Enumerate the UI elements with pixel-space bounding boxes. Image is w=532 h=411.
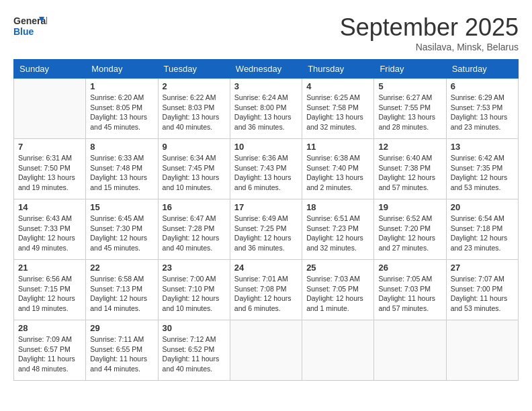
calendar-cell: 18Sunrise: 6:51 AM Sunset: 7:23 PM Dayli… xyxy=(302,199,374,260)
day-info: Sunrise: 6:25 AM Sunset: 7:58 PM Dayligh… xyxy=(306,93,369,132)
day-info: Sunrise: 7:09 AM Sunset: 6:57 PM Dayligh… xyxy=(18,334,81,374)
weekday-header-thursday: Thursday xyxy=(302,60,374,79)
weekday-header-row: SundayMondayTuesdayWednesdayThursdayFrid… xyxy=(14,60,519,79)
day-number: 10 xyxy=(234,142,298,152)
calendar-cell xyxy=(230,320,302,381)
day-number: 7 xyxy=(18,142,81,152)
calendar-cell xyxy=(374,320,446,381)
calendar-cell: 12Sunrise: 6:40 AM Sunset: 7:38 PM Dayli… xyxy=(374,139,446,199)
calendar-table: SundayMondayTuesdayWednesdayThursdayFrid… xyxy=(13,59,519,381)
calendar-cell: 7Sunrise: 6:31 AM Sunset: 7:50 PM Daylig… xyxy=(14,139,86,199)
day-number: 18 xyxy=(306,202,369,212)
day-number: 15 xyxy=(90,202,153,212)
day-number: 5 xyxy=(378,81,441,91)
calendar-cell: 9Sunrise: 6:34 AM Sunset: 7:45 PM Daylig… xyxy=(158,139,230,199)
day-info: Sunrise: 6:36 AM Sunset: 7:43 PM Dayligh… xyxy=(234,153,298,193)
day-number: 28 xyxy=(18,323,81,333)
calendar-cell: 27Sunrise: 7:07 AM Sunset: 7:00 PM Dayli… xyxy=(446,260,518,320)
svg-text:Blue: Blue xyxy=(13,26,34,37)
day-number: 17 xyxy=(234,202,298,212)
weekday-header-wednesday: Wednesday xyxy=(230,60,302,79)
day-info: Sunrise: 6:42 AM Sunset: 7:35 PM Dayligh… xyxy=(451,153,514,193)
calendar-cell: 4Sunrise: 6:25 AM Sunset: 7:58 PM Daylig… xyxy=(302,79,374,139)
calendar-week-4: 21Sunrise: 6:56 AM Sunset: 7:15 PM Dayli… xyxy=(14,260,519,320)
day-number: 24 xyxy=(234,263,298,273)
calendar-cell: 16Sunrise: 6:47 AM Sunset: 7:28 PM Dayli… xyxy=(158,199,230,260)
calendar-week-1: 1Sunrise: 6:20 AM Sunset: 8:05 PM Daylig… xyxy=(14,79,519,139)
day-info: Sunrise: 7:03 AM Sunset: 7:05 PM Dayligh… xyxy=(306,274,369,314)
day-number: 22 xyxy=(90,263,153,273)
weekday-header-friday: Friday xyxy=(374,60,446,79)
day-info: Sunrise: 6:27 AM Sunset: 7:55 PM Dayligh… xyxy=(378,93,441,132)
calendar-cell xyxy=(302,320,374,381)
calendar-cell: 19Sunrise: 6:52 AM Sunset: 7:20 PM Dayli… xyxy=(374,199,446,260)
day-number: 26 xyxy=(378,263,441,273)
day-info: Sunrise: 6:22 AM Sunset: 8:03 PM Dayligh… xyxy=(163,93,226,132)
day-number: 8 xyxy=(90,142,153,152)
day-number: 1 xyxy=(90,81,153,91)
calendar-cell: 14Sunrise: 6:43 AM Sunset: 7:33 PM Dayli… xyxy=(14,199,86,260)
day-info: Sunrise: 6:51 AM Sunset: 7:23 PM Dayligh… xyxy=(306,214,369,253)
calendar-cell: 13Sunrise: 6:42 AM Sunset: 7:35 PM Dayli… xyxy=(446,139,518,199)
calendar-cell: 11Sunrise: 6:38 AM Sunset: 7:40 PM Dayli… xyxy=(302,139,374,199)
calendar-cell: 15Sunrise: 6:45 AM Sunset: 7:30 PM Dayli… xyxy=(86,199,158,260)
day-info: Sunrise: 6:43 AM Sunset: 7:33 PM Dayligh… xyxy=(18,214,81,253)
day-number: 13 xyxy=(451,142,514,152)
calendar-cell: 29Sunrise: 7:11 AM Sunset: 6:55 PM Dayli… xyxy=(86,320,158,381)
calendar-cell: 3Sunrise: 6:24 AM Sunset: 8:00 PM Daylig… xyxy=(230,79,302,139)
calendar-cell: 2Sunrise: 6:22 AM Sunset: 8:03 PM Daylig… xyxy=(158,79,230,139)
day-info: Sunrise: 7:07 AM Sunset: 7:00 PM Dayligh… xyxy=(451,274,514,314)
day-info: Sunrise: 6:34 AM Sunset: 7:45 PM Dayligh… xyxy=(163,153,226,193)
day-info: Sunrise: 6:38 AM Sunset: 7:40 PM Dayligh… xyxy=(306,153,369,193)
calendar-cell xyxy=(14,79,86,139)
day-number: 16 xyxy=(163,202,226,212)
day-info: Sunrise: 6:33 AM Sunset: 7:48 PM Dayligh… xyxy=(90,153,153,193)
calendar-cell: 21Sunrise: 6:56 AM Sunset: 7:15 PM Dayli… xyxy=(14,260,86,320)
calendar-cell: 26Sunrise: 7:05 AM Sunset: 7:03 PM Dayli… xyxy=(374,260,446,320)
day-number: 4 xyxy=(306,81,369,91)
calendar-cell: 25Sunrise: 7:03 AM Sunset: 7:05 PM Dayli… xyxy=(302,260,374,320)
calendar-week-5: 28Sunrise: 7:09 AM Sunset: 6:57 PM Dayli… xyxy=(14,320,519,381)
month-title: September 2025 xyxy=(340,13,519,42)
day-info: Sunrise: 6:54 AM Sunset: 7:18 PM Dayligh… xyxy=(451,214,514,253)
day-number: 2 xyxy=(163,81,226,91)
day-number: 29 xyxy=(90,323,153,333)
day-info: Sunrise: 6:52 AM Sunset: 7:20 PM Dayligh… xyxy=(378,214,441,253)
day-info: Sunrise: 7:11 AM Sunset: 6:55 PM Dayligh… xyxy=(90,334,153,374)
calendar-cell xyxy=(446,320,518,381)
header: GeneralBlue September 2025 Nasilava, Min… xyxy=(13,13,519,52)
weekday-header-tuesday: Tuesday xyxy=(158,60,230,79)
day-number: 27 xyxy=(451,263,514,273)
calendar-cell: 28Sunrise: 7:09 AM Sunset: 6:57 PM Dayli… xyxy=(14,320,86,381)
day-info: Sunrise: 6:56 AM Sunset: 7:15 PM Dayligh… xyxy=(18,274,81,314)
day-info: Sunrise: 6:24 AM Sunset: 8:00 PM Dayligh… xyxy=(234,93,298,132)
day-number: 11 xyxy=(306,142,369,152)
calendar-week-3: 14Sunrise: 6:43 AM Sunset: 7:33 PM Dayli… xyxy=(14,199,519,260)
title-area: September 2025 Nasilava, Minsk, Belarus xyxy=(340,13,519,52)
day-info: Sunrise: 7:01 AM Sunset: 7:08 PM Dayligh… xyxy=(234,274,298,314)
day-info: Sunrise: 6:45 AM Sunset: 7:30 PM Dayligh… xyxy=(90,214,153,253)
day-info: Sunrise: 6:49 AM Sunset: 7:25 PM Dayligh… xyxy=(234,214,298,253)
calendar-cell: 17Sunrise: 6:49 AM Sunset: 7:25 PM Dayli… xyxy=(230,199,302,260)
day-number: 20 xyxy=(451,202,514,212)
calendar-cell: 20Sunrise: 6:54 AM Sunset: 7:18 PM Dayli… xyxy=(446,199,518,260)
calendar-cell: 22Sunrise: 6:58 AM Sunset: 7:13 PM Dayli… xyxy=(86,260,158,320)
day-number: 30 xyxy=(163,323,226,333)
day-number: 6 xyxy=(451,81,514,91)
day-info: Sunrise: 6:29 AM Sunset: 7:53 PM Dayligh… xyxy=(451,93,514,132)
calendar-cell: 10Sunrise: 6:36 AM Sunset: 7:43 PM Dayli… xyxy=(230,139,302,199)
day-info: Sunrise: 7:00 AM Sunset: 7:10 PM Dayligh… xyxy=(163,274,226,314)
day-info: Sunrise: 6:47 AM Sunset: 7:28 PM Dayligh… xyxy=(163,214,226,253)
calendar-cell: 24Sunrise: 7:01 AM Sunset: 7:08 PM Dayli… xyxy=(230,260,302,320)
day-number: 3 xyxy=(234,81,298,91)
weekday-header-monday: Monday xyxy=(86,60,158,79)
day-info: Sunrise: 6:31 AM Sunset: 7:50 PM Dayligh… xyxy=(18,153,81,193)
weekday-header-sunday: Sunday xyxy=(14,60,86,79)
logo: GeneralBlue xyxy=(13,13,47,38)
calendar-cell: 23Sunrise: 7:00 AM Sunset: 7:10 PM Dayli… xyxy=(158,260,230,320)
weekday-header-saturday: Saturday xyxy=(446,60,518,79)
calendar-cell: 6Sunrise: 6:29 AM Sunset: 7:53 PM Daylig… xyxy=(446,79,518,139)
day-info: Sunrise: 7:05 AM Sunset: 7:03 PM Dayligh… xyxy=(378,274,441,314)
calendar-cell: 30Sunrise: 7:12 AM Sunset: 6:52 PM Dayli… xyxy=(158,320,230,381)
logo-svg: GeneralBlue xyxy=(13,13,47,38)
